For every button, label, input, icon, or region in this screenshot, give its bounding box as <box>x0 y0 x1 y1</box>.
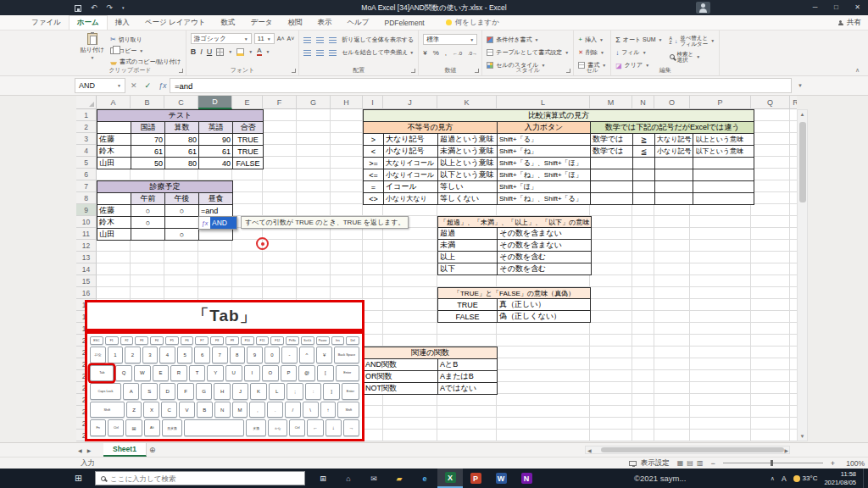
cell[interactable] <box>97 122 131 134</box>
cell[interactable]: 関連の関数 <box>364 347 498 359</box>
scroll-up-icon[interactable]: ▲ <box>798 112 807 117</box>
cell[interactable]: Shift+「ね」、Shift+「る」 <box>498 193 591 205</box>
cell[interactable]: 鈴木 <box>97 217 131 229</box>
autocomplete-item-and[interactable]: ƒx AND <box>199 217 236 229</box>
cell[interactable]: その数を含まない <box>498 240 592 252</box>
row-header-5[interactable]: 5 <box>76 157 97 169</box>
merge-center-button[interactable]: セルを結合して中央揃え ▼ <box>342 48 414 57</box>
cell[interactable]: 真（正しい） <box>498 299 591 311</box>
increase-decimal-button[interactable]: ←.0 <box>453 51 462 56</box>
cell[interactable]: FALSE <box>438 311 498 323</box>
percent-format-button[interactable]: % <box>433 49 439 57</box>
cell[interactable] <box>633 158 655 169</box>
cell[interactable]: テスト <box>97 110 264 122</box>
cell[interactable]: 午後 <box>165 193 199 205</box>
cell[interactable]: 超過という意味 <box>438 134 498 146</box>
row-header-8[interactable]: 8 <box>76 192 97 204</box>
cell[interactable]: 等しい <box>438 181 498 193</box>
cell[interactable]: NOT関数 <box>364 383 438 395</box>
cell[interactable] <box>131 229 165 241</box>
cell[interactable]: AとB <box>438 359 498 371</box>
cell[interactable]: 超過 <box>438 228 498 240</box>
cell[interactable]: 大なり記号 <box>655 134 693 146</box>
confirm-entry-button[interactable]: ✓ <box>145 81 152 90</box>
store-icon[interactable]: ⌂ <box>336 469 361 488</box>
align-bottom-icon[interactable] <box>329 37 337 43</box>
name-box[interactable]: AND ▼ <box>75 78 125 93</box>
decrease-decimal-button[interactable]: .0→ <box>468 51 477 56</box>
column-header-J[interactable]: J <box>383 96 437 109</box>
cell[interactable]: 数学では <box>591 134 633 146</box>
cell[interactable]: ○ <box>131 205 165 217</box>
sort-filter-button[interactable]: AZ↓並べ替えと フィルター▼ <box>670 35 715 47</box>
cell[interactable]: 以上という意味 <box>438 158 498 169</box>
borders-icon[interactable] <box>216 48 224 56</box>
cell[interactable]: 小なりイコール <box>384 169 438 181</box>
column-header-I[interactable]: I <box>363 96 383 109</box>
cell[interactable]: 不等号の見方 <box>364 122 498 134</box>
dialog-launcher-icon[interactable] <box>292 69 296 73</box>
cell[interactable]: OR関数 <box>364 371 438 383</box>
cell[interactable]: 佐藤 <box>97 134 131 146</box>
paste-button[interactable]: 貼り付け ▼ <box>79 33 106 66</box>
dialog-launcher-icon[interactable] <box>411 69 415 73</box>
cell[interactable]: 数学では <box>591 146 633 158</box>
tell-me-search[interactable]: 何をしますか <box>446 15 499 30</box>
cell[interactable]: ○ <box>165 229 199 241</box>
cell[interactable]: TRUE <box>233 146 264 158</box>
cell[interactable]: Shift+「ね」、Shift+「ほ」 <box>498 169 591 181</box>
row-header-15[interactable]: 15 <box>76 275 97 287</box>
row-header-6[interactable]: 6 <box>76 169 97 180</box>
cell[interactable]: 80 <box>165 158 199 169</box>
cut-button[interactable]: ✂切り取り <box>110 35 181 44</box>
cell[interactable]: その数を含む <box>498 263 592 275</box>
search-input[interactable] <box>110 474 299 483</box>
tab-file[interactable]: ファイル <box>24 15 69 30</box>
explorer-icon[interactable]: ▰ <box>387 469 412 488</box>
cell[interactable]: 国語 <box>131 122 165 134</box>
shrink-font-button[interactable]: A˅ <box>287 36 295 42</box>
row-header-1[interactable]: 1 <box>76 109 97 121</box>
cell[interactable]: TRUE <box>233 134 264 146</box>
ribbon-tab-挿入[interactable]: 挿入 <box>108 15 137 30</box>
cell[interactable] <box>693 193 754 205</box>
cell[interactable]: AND関数 <box>364 359 438 371</box>
format-as-table-button[interactable]: テーブルとして書式設定▼ <box>487 47 569 58</box>
cell[interactable]: < <box>364 146 384 158</box>
grow-font-button[interactable]: A˄ <box>277 36 285 42</box>
align-left-icon[interactable] <box>303 50 311 56</box>
select-all-button[interactable] <box>76 96 97 109</box>
cell[interactable] <box>655 169 693 181</box>
minimize-button[interactable]: ─ <box>804 0 826 15</box>
cell[interactable]: 小なり記号 <box>384 146 438 158</box>
cell[interactable] <box>591 193 633 205</box>
cell[interactable]: 80 <box>165 134 199 146</box>
cell[interactable] <box>199 229 233 241</box>
zoom-level[interactable]: 100% <box>843 459 865 468</box>
horizontal-scroll-thumb[interactable] <box>601 447 784 452</box>
cell[interactable]: Shift+「る」、Shift+「ほ」 <box>498 158 591 169</box>
cell[interactable]: > <box>364 134 384 146</box>
cell[interactable]: >= <box>364 158 384 169</box>
cell[interactable] <box>693 158 754 169</box>
wrap-text-button[interactable]: 折り返して全体を表示する <box>342 36 414 44</box>
zoom-slider-thumb[interactable] <box>771 460 773 466</box>
column-header-O[interactable]: O <box>654 96 690 109</box>
insert-function-button[interactable]: ƒx <box>159 81 167 90</box>
normal-view-icon[interactable]: ▦ <box>677 459 684 467</box>
font-size-select[interactable]: 11▼ <box>254 33 275 44</box>
cell[interactable]: 山田 <box>97 158 131 169</box>
ime-indicator[interactable]: A <box>782 474 787 483</box>
column-header-G[interactable]: G <box>297 96 331 109</box>
collapse-ribbon-icon[interactable]: ∧ <box>855 67 860 74</box>
insert-cells-button[interactable]: +挿入▼ <box>578 35 606 45</box>
weather-widget[interactable]: 33°C <box>793 474 818 482</box>
cell[interactable]: =and <box>199 205 233 217</box>
ribbon-tab-PDFelement[interactable]: PDFelement <box>376 15 431 30</box>
new-sheet-button[interactable]: ⊕ <box>149 443 156 457</box>
find-select-button[interactable]: 検索と 選択▼ <box>670 51 715 64</box>
sheet-tab-sheet1[interactable]: Sheet1 <box>103 443 147 457</box>
align-right-icon[interactable] <box>329 50 337 56</box>
cell[interactable]: 小なり記号 <box>655 146 693 158</box>
prev-sheet-icon[interactable]: ◀ <box>78 447 82 453</box>
